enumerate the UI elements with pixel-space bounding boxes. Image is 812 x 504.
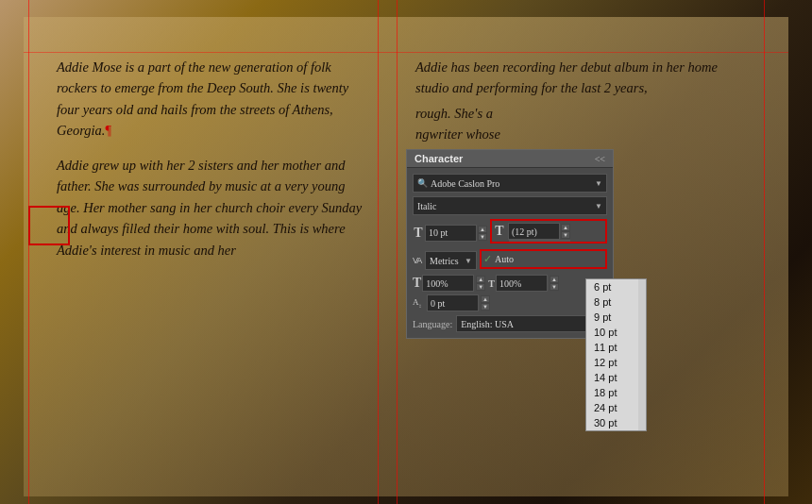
size-down-btn[interactable]: ▼ xyxy=(478,233,487,241)
kerning-tracking-row: VA Metrics ▼ ✓ Auto xyxy=(413,249,607,272)
size-option-18pt[interactable]: 18 pt xyxy=(586,385,646,400)
leading-input[interactable]: (12 pt) xyxy=(508,223,560,240)
paragraph-1: Addie Mose is a part of the new generati… xyxy=(57,57,368,142)
font-dropdown-arrow: ▼ xyxy=(595,179,602,188)
size-list-dropdown: 6 pt 8 pt 9 pt 10 pt 11 pt 12 pt 14 pt 1… xyxy=(585,278,647,431)
size-option-12pt[interactable]: 12 pt xyxy=(586,355,646,370)
character-panel: Character << 🔍 Adobe Caslon Pro ▼ Italic… xyxy=(406,149,614,339)
paragraph-2: Addie grew up with her 2 sisters and her… xyxy=(57,155,368,260)
scale-v-input[interactable]: 100% xyxy=(496,275,548,292)
size-leading-row: T 10 pt ▲ ▼ T (12 pt) xyxy=(413,219,607,246)
baseline-icon: A↕ xyxy=(413,297,426,309)
baseline-down[interactable]: ▼ xyxy=(481,303,490,311)
guide-line-h1 xyxy=(24,52,788,53)
tracking-highlight-box: ✓ Auto xyxy=(480,249,607,269)
baseline-up[interactable]: ▲ xyxy=(481,295,490,303)
scale-v-icon: T xyxy=(488,278,495,289)
font-style-value: Italic xyxy=(417,201,595,211)
paragraph-right-1: Addie has been recording her debut album… xyxy=(415,57,736,99)
baseline-group: A↕ 0 pt ▲ ▼ xyxy=(413,294,490,311)
kerning-dropdown[interactable]: Metrics ▼ xyxy=(425,251,477,270)
kerning-group: VA Metrics ▼ xyxy=(413,251,477,270)
font-size-input[interactable]: 10 pt xyxy=(425,225,477,242)
scale-v-stepper: ▲ ▼ xyxy=(550,276,559,291)
font-name-dropdown[interactable]: 🔍 Adobe Caslon Pro ▼ xyxy=(413,174,607,193)
leading-up-btn[interactable]: ▲ xyxy=(561,224,570,231)
size-up-btn[interactable]: ▲ xyxy=(478,226,487,233)
size-option-6pt[interactable]: 6 pt xyxy=(586,279,646,294)
size-group: T 10 pt ▲ ▼ xyxy=(413,225,487,242)
size-stepper: ▲ ▼ xyxy=(478,226,487,241)
leading-icon: T xyxy=(494,224,505,239)
scale-v-group: T 100% ▲ ▼ xyxy=(488,275,559,292)
panel-body: 🔍 Adobe Caslon Pro ▼ Italic ▼ T 10 pt xyxy=(407,168,613,338)
size-input-wrapper: 10 pt ▲ ▼ xyxy=(425,225,487,242)
kerning-icon: VA xyxy=(413,256,424,265)
leading-input-wrapper: (12 pt) ▲ ▼ xyxy=(508,223,570,240)
guide-line-2 xyxy=(378,0,379,504)
size-option-24pt[interactable]: 24 pt xyxy=(586,400,646,415)
font-style-dropdown[interactable]: Italic ▼ xyxy=(413,196,607,215)
leading-auto-dropdown xyxy=(509,240,570,242)
pilcrow-mark-1: ¶ xyxy=(105,123,111,138)
pilcrow-selection-box xyxy=(28,206,70,245)
scale-v-up[interactable]: ▲ xyxy=(550,276,559,283)
size-option-8pt[interactable]: 8 pt xyxy=(586,294,646,310)
font-size-icon: T xyxy=(413,226,424,241)
guide-line-1 xyxy=(28,0,29,504)
auto-check-icon: ✓ xyxy=(483,253,492,265)
font-name-row: 🔍 Adobe Caslon Pro ▼ xyxy=(413,174,607,193)
panel-collapse-icon[interactable]: << xyxy=(595,154,605,164)
size-option-11pt[interactable]: 11 pt xyxy=(586,340,646,355)
leading-stepper: ▲ ▼ xyxy=(561,224,570,239)
size-option-10pt[interactable]: 10 pt xyxy=(586,325,646,340)
kerning-arrow: ▼ xyxy=(465,257,472,265)
language-label: Language: xyxy=(413,319,452,329)
language-row: Language: English: USA xyxy=(413,315,607,332)
scale-row: T 100% ▲ ▼ T 100% ▲ ▼ xyxy=(413,275,607,292)
left-text-column: Addie Mose is a part of the new generati… xyxy=(57,57,368,260)
size-option-30pt[interactable]: 30 pt xyxy=(586,415,646,430)
panel-title: Character xyxy=(414,153,463,164)
style-dropdown-arrow: ▼ xyxy=(595,202,602,210)
guide-line-4 xyxy=(764,0,765,504)
panel-header: Character << xyxy=(407,150,613,168)
size-list-scrollbar[interactable] xyxy=(638,279,646,430)
guide-line-3 xyxy=(397,0,398,504)
auto-label: Auto xyxy=(495,254,514,264)
scale-h-input[interactable]: 100% xyxy=(422,275,474,292)
scale-h-group: T 100% ▲ ▼ xyxy=(413,275,485,292)
baseline-row: A↕ 0 pt ▲ ▼ xyxy=(413,294,607,311)
baseline-stepper: ▲ ▼ xyxy=(481,295,490,311)
panel-controls: << xyxy=(595,154,605,164)
scale-h-down[interactable]: ▼ xyxy=(476,283,485,291)
font-style-row: Italic ▼ xyxy=(413,196,607,215)
size-option-9pt[interactable]: 9 pt xyxy=(586,310,646,325)
baseline-input[interactable]: 0 pt xyxy=(427,294,479,311)
scale-h-stepper: ▲ ▼ xyxy=(476,276,485,291)
size-option-14pt[interactable]: 14 pt xyxy=(586,370,646,385)
scale-h-icon: T xyxy=(413,276,421,291)
scale-v-down[interactable]: ▼ xyxy=(550,283,559,291)
leading-highlight-box: T (12 pt) ▲ ▼ xyxy=(490,219,607,244)
leading-down-btn[interactable]: ▼ xyxy=(561,231,570,239)
font-name-value: Adobe Caslon Pro xyxy=(431,178,595,189)
scale-h-up[interactable]: ▲ xyxy=(476,276,485,283)
